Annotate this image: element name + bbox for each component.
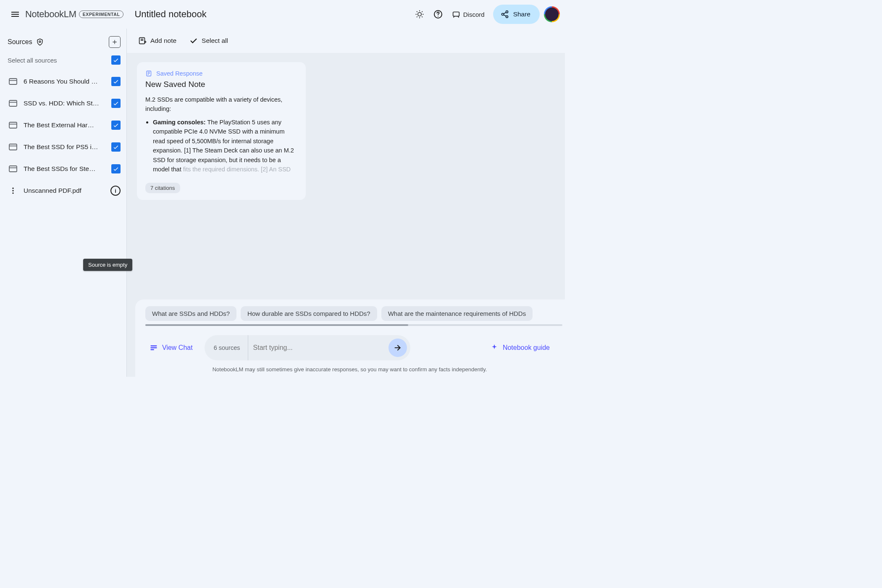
svg-line-7 <box>417 16 417 17</box>
svg-point-14 <box>506 16 508 18</box>
webpage-icon <box>8 163 18 174</box>
select-all-notes-label: Select all <box>202 37 228 45</box>
svg-point-0 <box>418 13 421 16</box>
source-count: 6 sources <box>214 335 248 360</box>
svg-rect-18 <box>9 79 17 84</box>
select-all-button[interactable]: Select all <box>189 36 228 45</box>
webpage-icon <box>8 142 18 152</box>
hamburger-icon <box>10 9 20 19</box>
sidebar: Sources Select all sources 6 Reasons You… <box>0 29 127 377</box>
check-icon <box>189 36 198 45</box>
share-icon <box>501 10 509 18</box>
select-all-checkbox[interactable] <box>111 55 121 65</box>
chat-input[interactable] <box>248 344 388 352</box>
send-button[interactable] <box>388 339 407 357</box>
svg-rect-38 <box>151 345 157 346</box>
arrow-right-icon <box>393 343 402 352</box>
discord-icon <box>452 10 461 19</box>
main-toolbar: Add note Select all <box>127 29 565 53</box>
svg-rect-26 <box>9 166 17 172</box>
source-item-2[interactable]: The Best External Har… <box>8 114 121 136</box>
source-checkbox[interactable] <box>111 77 121 86</box>
sources-label: Sources <box>8 38 32 46</box>
suggestion-row: What are SSDs and HDDs? How durable are … <box>145 306 565 321</box>
experimental-badge: EXPERIMENTAL <box>79 10 124 18</box>
source-name: Unscanned PDF.pdf <box>24 187 105 194</box>
source-checkbox[interactable] <box>111 121 121 130</box>
more-vert-icon <box>9 186 17 195</box>
suggestion-chip[interactable]: What are the maintenance requirements of… <box>381 306 533 321</box>
suggestion-chip[interactable]: How durable are SSDs compared to HDDs? <box>241 306 377 321</box>
saved-response-label: Saved Response <box>156 70 202 77</box>
citations-pill[interactable]: 7 citations <box>145 183 180 193</box>
check-icon <box>113 78 119 85</box>
sun-icon <box>415 9 425 19</box>
source-name: The Best External Har… <box>24 121 106 129</box>
source-name: SSD vs. HDD: Which St… <box>24 100 106 107</box>
svg-rect-40 <box>151 349 154 350</box>
svg-point-10 <box>438 16 438 17</box>
help-icon <box>433 9 443 19</box>
share-button[interactable]: Share <box>493 5 540 24</box>
note-card[interactable]: Saved Response New Saved Note M.2 SSDs a… <box>137 62 306 200</box>
source-item-1[interactable]: SSD vs. HDD: Which St… <box>8 92 121 114</box>
note-intro: M.2 SSDs are compatible with a variety o… <box>145 96 282 112</box>
add-note-button[interactable]: Add note <box>138 36 176 45</box>
suggestion-chip[interactable]: What are SSDs and HDDs? <box>145 306 236 321</box>
svg-rect-11 <box>453 12 459 16</box>
sparkle-icon <box>490 344 499 352</box>
add-note-label: Add note <box>150 37 176 45</box>
source-item-4[interactable]: The Best SSDs for Ste… <box>8 158 121 180</box>
shield-icon <box>36 38 44 46</box>
svg-line-16 <box>504 15 506 16</box>
suggestion-scrollbar[interactable] <box>145 324 562 326</box>
source-item-pdf[interactable]: Unscanned PDF.pdf i <box>8 180 121 202</box>
saved-response-chip: Saved Response <box>145 70 297 77</box>
check-icon <box>113 165 119 172</box>
select-all-sources[interactable]: Select all sources <box>8 55 121 65</box>
check-icon <box>113 122 119 129</box>
check-icon <box>113 100 119 107</box>
add-source-button[interactable] <box>109 36 121 48</box>
disclaimer: NotebookLM may still sometimes give inac… <box>145 366 565 373</box>
svg-line-15 <box>504 12 506 13</box>
note-bullet-fade: fits the required dimensions. [2] An SSD <box>183 166 291 173</box>
discord-button[interactable]: Discord <box>447 6 489 23</box>
theme-toggle-button[interactable] <box>411 6 428 23</box>
svg-line-5 <box>417 11 417 12</box>
webpage-icon <box>8 76 18 87</box>
chat-dock: What are SSDs and HDDs? How durable are … <box>135 294 565 377</box>
source-item-0[interactable]: 6 Reasons You Should … <box>8 71 121 92</box>
svg-point-17 <box>39 41 41 42</box>
chat-input-container: 6 sources <box>205 335 410 360</box>
notebook-title[interactable]: Untitled notebook <box>134 9 206 20</box>
chat-input-row: View Chat 6 sources Notebook guide <box>145 335 565 360</box>
note-title: New Saved Note <box>145 80 297 89</box>
sources-header: Sources <box>8 36 121 48</box>
svg-point-29 <box>12 190 13 191</box>
avatar[interactable] <box>544 6 560 22</box>
source-item-3[interactable]: The Best SSD for PS5 i… <box>8 136 121 158</box>
view-chat-button[interactable]: View Chat <box>145 344 197 352</box>
notebook-guide-button[interactable]: Notebook guide <box>486 344 554 352</box>
webpage-icon <box>8 98 18 109</box>
svg-point-13 <box>501 13 504 16</box>
svg-line-6 <box>422 16 423 17</box>
help-button[interactable] <box>430 6 446 23</box>
source-checkbox[interactable] <box>111 164 121 173</box>
menu-button[interactable] <box>7 6 24 23</box>
svg-point-30 <box>12 192 13 194</box>
svg-rect-31 <box>139 37 145 44</box>
svg-point-28 <box>12 188 13 189</box>
info-icon[interactable]: i <box>110 186 121 196</box>
source-more-button[interactable] <box>8 186 18 195</box>
saved-response-icon <box>145 70 153 77</box>
source-checkbox[interactable] <box>111 142 121 152</box>
svg-rect-22 <box>9 122 17 128</box>
svg-rect-20 <box>9 100 17 106</box>
brand-name: NotebookLM <box>25 9 76 20</box>
top-bar: NotebookLM EXPERIMENTAL Untitled noteboo… <box>0 0 565 29</box>
source-checkbox[interactable] <box>111 99 121 108</box>
webpage-icon <box>8 120 18 131</box>
plus-icon <box>111 39 118 45</box>
